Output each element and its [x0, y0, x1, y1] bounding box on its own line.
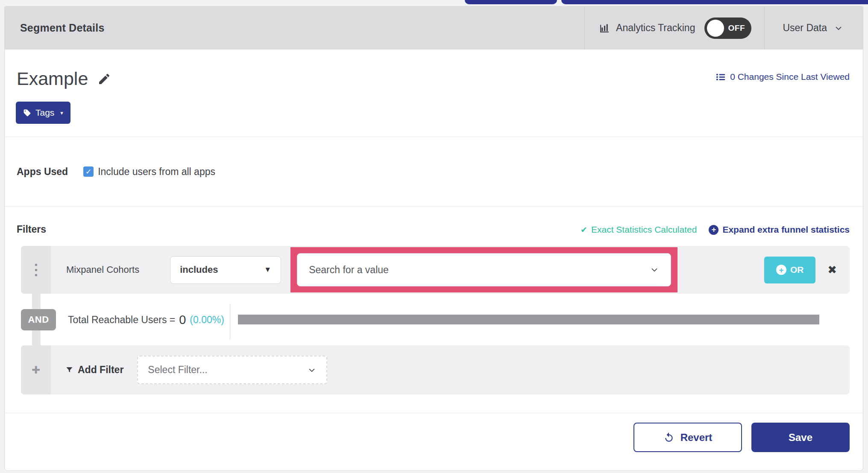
caret-down-icon: ▼: [264, 266, 271, 274]
toggle-knob: [707, 20, 724, 37]
chevron-down-icon: [650, 265, 659, 274]
operator-select[interactable]: includes ▼: [170, 256, 281, 284]
drag-dot: [35, 274, 37, 276]
footer-actions: Revert Save: [5, 413, 863, 471]
value-select-placeholder: Search for a value: [309, 264, 389, 276]
and-badge: AND: [21, 309, 56, 330]
caret-down-icon: ▾: [60, 110, 63, 116]
analytics-tracking-section: Analytics Tracking OFF: [584, 6, 764, 50]
expand-funnel-statistics-label: Expand extra funnel statistics: [722, 225, 850, 235]
operator-value: includes: [180, 264, 218, 275]
apps-used-label: Apps Used: [17, 166, 68, 178]
save-button[interactable]: Save: [751, 423, 850, 452]
user-data-label: User Data: [783, 22, 827, 34]
tags-button-label: Tags: [35, 108, 54, 118]
check-icon: ✓: [85, 167, 91, 176]
page-title: Segment Details: [5, 6, 584, 50]
panel-header: Segment Details Analytics Tracking OFF U…: [5, 6, 863, 50]
top-tab-fragment-right[interactable]: [561, 0, 868, 4]
add-filter-label: Add Filter: [78, 364, 123, 376]
tag-icon: [23, 109, 31, 117]
analytics-tracking-label: Analytics Tracking: [616, 22, 695, 34]
highlight-box: Search for a value: [290, 247, 677, 292]
exact-statistics-status: ✔ Exact Statistics Calculated: [581, 225, 697, 235]
segment-name: Example: [17, 68, 88, 89]
select-filter-dropdown[interactable]: Select Filter...: [137, 356, 327, 384]
plus-icon: ✚: [32, 365, 40, 375]
tags-button[interactable]: Tags ▾: [16, 102, 70, 124]
filter-row: Mixpanel Cohorts includes ▼ Search for a…: [21, 246, 850, 294]
plus-circle-icon: +: [709, 225, 718, 235]
filters-title: Filters: [17, 224, 46, 235]
drag-dot: [35, 269, 37, 271]
revert-icon: [663, 432, 674, 443]
add-filter-row: ✚ Add Filter Select Filter...: [21, 345, 850, 394]
include-all-apps-label: Include users from all apps: [98, 166, 215, 178]
filter-field-label: Mixpanel Cohorts: [66, 264, 139, 275]
total-reachable-value: 0: [179, 313, 186, 327]
list-icon: [716, 72, 726, 82]
chevron-down-icon: [834, 23, 843, 33]
total-reachable-percent: (0.00%): [190, 314, 224, 326]
include-all-apps-checkbox[interactable]: ✓: [83, 166, 94, 177]
segment-details-panel: Segment Details Analytics Tracking OFF U…: [4, 6, 863, 471]
bar-chart-icon: [599, 23, 610, 33]
changes-link-label: 0 Changes Since Last Viewed: [730, 72, 850, 82]
edit-pencil-icon[interactable]: [97, 72, 111, 86]
drag-handle[interactable]: [21, 246, 51, 294]
add-or-condition-button[interactable]: + OR: [764, 257, 815, 283]
total-reachable-label: Total Reachable Users =: [68, 314, 175, 326]
segment-name-section: Example 0 Changes Since Last Viewed: [5, 50, 863, 137]
value-search-select[interactable]: Search for a value: [297, 253, 671, 286]
drag-dot: [35, 264, 37, 266]
apps-used-section: Apps Used ✓ Include users from all apps: [5, 137, 863, 207]
funnel-icon: [65, 366, 73, 374]
save-button-label: Save: [789, 432, 812, 444]
select-filter-placeholder: Select Filter...: [148, 364, 207, 376]
expand-funnel-statistics-link[interactable]: + Expand extra funnel statistics: [709, 225, 850, 235]
or-button-label: OR: [790, 265, 804, 275]
revert-button-label: Revert: [680, 432, 713, 444]
reach-progress-bar: [238, 315, 819, 324]
vertical-divider: [230, 304, 230, 340]
revert-button[interactable]: Revert: [633, 423, 742, 452]
remove-filter-icon[interactable]: ✖: [827, 263, 837, 277]
check-icon: ✔: [581, 225, 587, 235]
toggle-state-label: OFF: [728, 23, 745, 33]
user-data-dropdown[interactable]: User Data: [764, 6, 863, 50]
chevron-down-icon: [307, 365, 317, 375]
changes-since-last-viewed-link[interactable]: 0 Changes Since Last Viewed: [716, 72, 850, 82]
top-tab-fragment-left[interactable]: [465, 0, 557, 4]
total-reachable-users: Total Reachable Users = 0 (0.00%): [68, 312, 224, 327]
exact-statistics-label: Exact Statistics Calculated: [591, 225, 697, 235]
plus-circle-icon: +: [776, 265, 786, 275]
add-filter-strip[interactable]: ✚: [21, 345, 51, 394]
filters-section: Filters ✔ Exact Statistics Calculated + …: [5, 207, 863, 413]
analytics-tracking-toggle[interactable]: OFF: [704, 18, 751, 39]
